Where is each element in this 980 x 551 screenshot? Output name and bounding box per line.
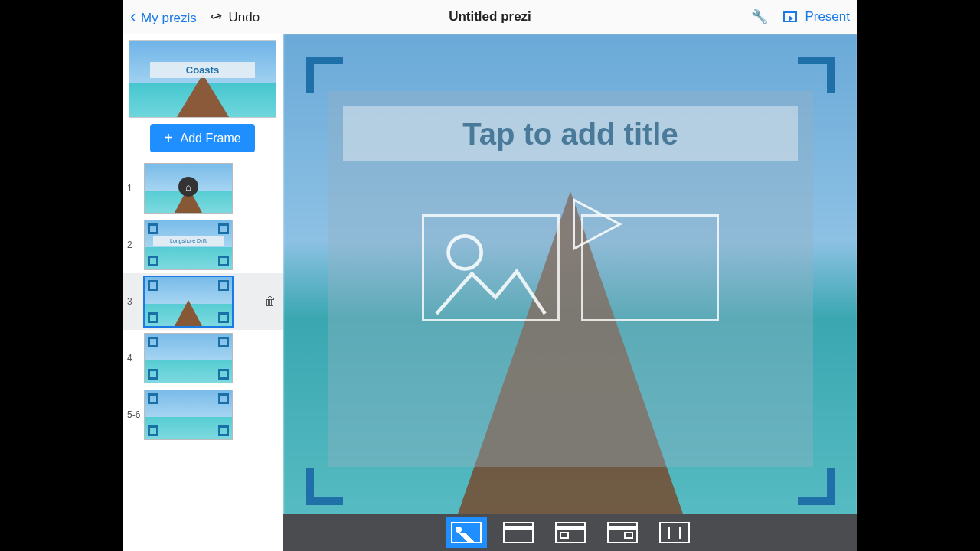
layout-header-image[interactable]: [550, 517, 591, 548]
layout-header[interactable]: [498, 517, 539, 548]
thumb-pier: [177, 74, 229, 117]
delete-frame-button[interactable]: 🗑: [264, 295, 276, 308]
frame-number: 5-6: [127, 409, 141, 420]
image-placeholder[interactable]: [422, 214, 560, 321]
document-title[interactable]: Untitled prezi: [370, 9, 609, 24]
video-placeholder[interactable]: [581, 214, 719, 321]
placeholder-row: [283, 214, 858, 321]
top-toolbar: ‹ My prezis ↩ Undo Untitled prezi 🔧 Pres…: [122, 0, 858, 34]
image-icon: [432, 224, 550, 318]
frame-row[interactable]: 4: [122, 330, 283, 386]
svg-marker-1: [574, 200, 620, 249]
present-icon: [783, 11, 797, 22]
undo-icon: ↩: [207, 7, 224, 27]
layout-corner-icon: [607, 522, 638, 543]
present-label: Present: [805, 9, 850, 24]
svg-point-0: [449, 236, 482, 269]
trash-icon: 🗑: [264, 295, 276, 308]
undo-button[interactable]: ↩ Undo: [211, 8, 260, 25]
layout-header-icon: [503, 522, 534, 543]
mini-label: Longshore Drift: [153, 236, 223, 246]
layout-corner[interactable]: [602, 517, 643, 548]
title-placeholder[interactable]: Tap to add title: [343, 106, 798, 161]
layout-toolbar: [283, 514, 858, 551]
add-frame-button[interactable]: + Add Frame: [150, 124, 254, 152]
frame-number: 3: [127, 296, 141, 307]
frame-thumb: [144, 390, 233, 440]
undo-label: Undo: [229, 10, 260, 24]
layout-columns[interactable]: [654, 517, 695, 548]
chevron-left-icon: ‹: [130, 7, 136, 26]
layout-columns-icon: [659, 522, 690, 543]
frame-thumb: ⌂: [144, 163, 233, 214]
frame-row[interactable]: 2 Longshore Drift: [122, 217, 283, 273]
frame-number: 4: [127, 353, 141, 364]
frame-number: 2: [127, 240, 141, 250]
back-button[interactable]: ‹ My prezis: [130, 7, 197, 27]
add-frame-label: Add Frame: [181, 132, 241, 145]
frame-row[interactable]: 5-6: [122, 386, 283, 443]
frame-number: 1: [127, 183, 141, 194]
main-area: Coasts + Add Frame 1 ⌂ 2 Longsh: [122, 34, 858, 551]
back-label: My prezis: [141, 11, 197, 25]
present-button[interactable]: Present: [783, 9, 850, 24]
layout-header-image-icon: [555, 522, 586, 543]
toolbar-left: ‹ My prezis ↩ Undo: [130, 7, 370, 27]
toolbar-right: 🔧 Present: [610, 8, 850, 25]
frame-row[interactable]: 3 🗑: [122, 273, 283, 330]
frame-thumb: Longshore Drift: [144, 220, 233, 270]
settings-button[interactable]: 🔧: [751, 8, 768, 25]
layout-picture-icon: [451, 522, 482, 543]
editor-canvas[interactable]: Tap to add title: [283, 34, 858, 551]
frame-thumb: [144, 276, 233, 327]
frame-sidebar: Coasts + Add Frame 1 ⌂ 2 Longsh: [122, 34, 283, 551]
home-icon: ⌂: [178, 177, 198, 197]
play-icon: [560, 194, 629, 255]
frame-row[interactable]: 1 ⌂: [122, 160, 283, 217]
frame-thumb: [144, 333, 233, 383]
plus-icon: +: [164, 129, 173, 146]
wrench-icon: 🔧: [751, 9, 768, 24]
layout-picture[interactable]: [446, 517, 487, 548]
overview-thumbnail[interactable]: Coasts: [129, 40, 276, 118]
prezi-editor: ‹ My prezis ↩ Undo Untitled prezi 🔧 Pres…: [122, 0, 858, 551]
overview-title: Coasts: [150, 62, 256, 78]
